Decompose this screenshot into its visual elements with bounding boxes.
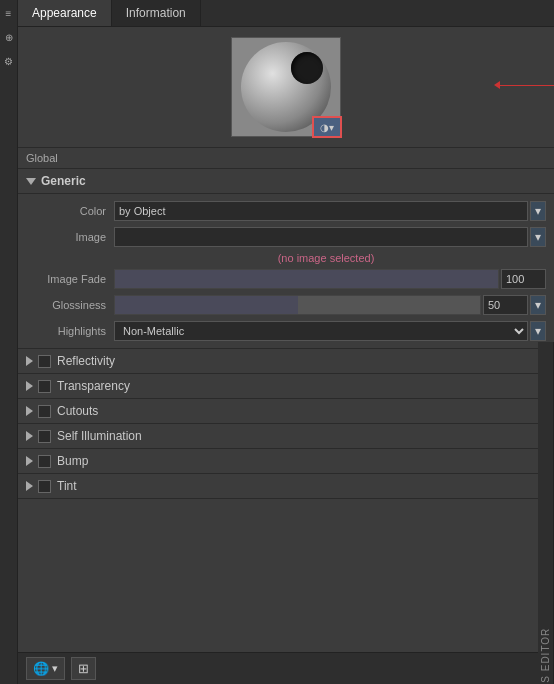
globe-dropdown-icon: ▾	[52, 662, 58, 675]
tint-expand-icon	[26, 481, 33, 491]
generic-label: Generic	[41, 174, 86, 188]
menu-icon[interactable]: ≡	[2, 6, 16, 20]
highlights-select[interactable]: Non-Metallic	[114, 321, 528, 341]
glossiness-label: Glossiness	[26, 299, 106, 311]
table-icon: ⊞	[78, 661, 89, 676]
reflectivity-checkbox[interactable]	[38, 355, 51, 368]
glossiness-dropdown-arrow[interactable]: ▾	[530, 295, 546, 315]
transparency-section[interactable]: Transparency	[18, 374, 554, 399]
generic-section-header[interactable]: Generic	[18, 169, 554, 194]
image-value: ▾	[114, 227, 546, 247]
main-panel: Appearance Information ◑▾	[18, 0, 554, 684]
tab-appearance[interactable]: Appearance	[18, 0, 112, 26]
image-row: Image ▾	[18, 224, 554, 250]
highlights-row: Highlights Non-Metallic ▾	[18, 318, 554, 344]
glossiness-slider[interactable]	[114, 295, 481, 315]
reflectivity-label: Reflectivity	[57, 354, 115, 368]
bump-section[interactable]: Bump	[18, 449, 554, 474]
highlights-label: Highlights	[26, 325, 106, 337]
tab-bar: Appearance Information	[18, 0, 554, 27]
color-label: Color	[26, 205, 106, 217]
transparency-expand-icon	[26, 381, 33, 391]
color-dropdown-arrow[interactable]: ▾	[530, 201, 546, 221]
self-illumination-expand-icon	[26, 431, 33, 441]
content-area: ◑▾ changes thumbnail shape and render qu…	[18, 27, 554, 684]
settings-icon[interactable]: ⚙	[2, 54, 16, 68]
glossiness-row: Glossiness ▾	[18, 292, 554, 318]
glossiness-value: ▾	[114, 295, 546, 315]
left-sidebar: ≡ ⊕ ⚙	[0, 0, 18, 684]
bump-checkbox[interactable]	[38, 455, 51, 468]
properties-panel: Color by Object ▾ Image ▾	[18, 194, 554, 348]
image-fade-value	[114, 269, 546, 289]
cutouts-section[interactable]: Cutouts	[18, 399, 554, 424]
collapse-icon	[26, 178, 36, 185]
image-fade-row: Image Fade	[18, 266, 554, 292]
cutouts-expand-icon	[26, 406, 33, 416]
bump-expand-icon	[26, 456, 33, 466]
glossiness-input[interactable]	[483, 295, 528, 315]
tint-checkbox[interactable]	[38, 480, 51, 493]
tab-information[interactable]: Information	[112, 0, 201, 26]
add-icon[interactable]: ⊕	[2, 30, 16, 44]
tooltip-annotation: changes thumbnail shape and render quali…	[494, 77, 554, 123]
collapsible-sections: Reflectivity Transparency Cutouts	[18, 348, 554, 499]
reflectivity-expand-icon	[26, 356, 33, 366]
bump-label: Bump	[57, 454, 88, 468]
thumbnail-wrapper: ◑▾	[231, 37, 341, 137]
tint-section[interactable]: Tint	[18, 474, 554, 499]
color-select[interactable]: by Object	[114, 201, 528, 221]
image-input[interactable]	[114, 227, 528, 247]
highlights-value: Non-Metallic ▾	[114, 321, 546, 341]
self-illumination-section[interactable]: Self Illumination	[18, 424, 554, 449]
sphere-hole	[291, 52, 323, 84]
image-label: Image	[26, 231, 106, 243]
globe-button[interactable]: 🌐 ▾	[26, 657, 65, 680]
tint-label: Tint	[57, 479, 77, 493]
thumbnail-shape-button[interactable]: ◑▾	[312, 116, 342, 138]
transparency-label: Transparency	[57, 379, 130, 393]
globe-icon: 🌐	[33, 661, 49, 676]
highlights-dropdown-arrow[interactable]: ▾	[530, 321, 546, 341]
image-fade-slider[interactable]	[114, 269, 499, 289]
materials-editor-label: MATERIALS EDITOR	[538, 342, 554, 684]
image-fade-label: Image Fade	[26, 273, 106, 285]
cutouts-label: Cutouts	[57, 404, 98, 418]
arrow-shaft	[500, 85, 554, 86]
bottom-bar: 🌐 ▾ ⊞	[18, 652, 554, 684]
no-image-text: (no image selected)	[18, 250, 554, 266]
image-fade-input[interactable]	[501, 269, 546, 289]
color-row: Color by Object ▾	[18, 198, 554, 224]
thumbnail-icon: ◑▾	[320, 122, 334, 133]
reflectivity-section[interactable]: Reflectivity	[18, 349, 554, 374]
image-dropdown-arrow[interactable]: ▾	[530, 227, 546, 247]
self-illumination-label: Self Illumination	[57, 429, 142, 443]
color-value: by Object ▾	[114, 201, 546, 221]
cutouts-checkbox[interactable]	[38, 405, 51, 418]
transparency-checkbox[interactable]	[38, 380, 51, 393]
arrow-line	[494, 81, 554, 89]
self-illumination-checkbox[interactable]	[38, 430, 51, 443]
global-section-label: Global	[18, 148, 554, 169]
preview-area: ◑▾ changes thumbnail shape and render qu…	[18, 27, 554, 148]
table-button[interactable]: ⊞	[71, 657, 96, 680]
